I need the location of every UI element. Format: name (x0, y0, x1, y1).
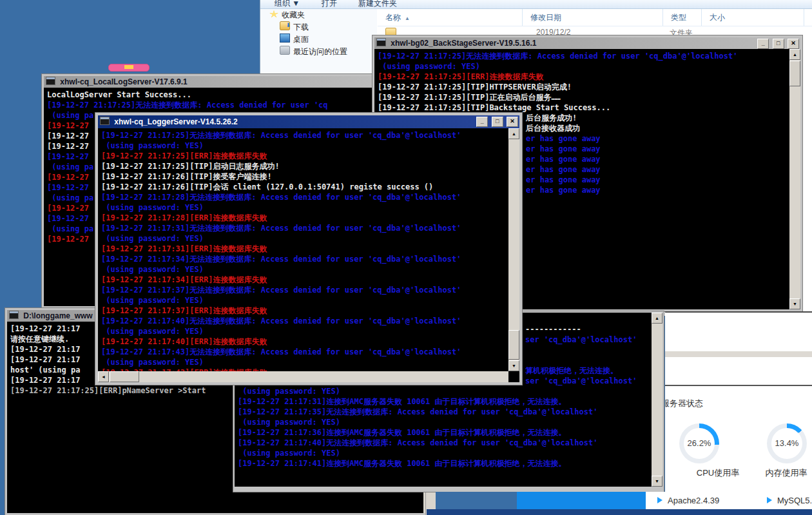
console-icon (9, 311, 19, 319)
scroll-up-icon[interactable]: ▲ (652, 313, 662, 324)
log-line: [19-12-27 21:17:31]连接到AMC服务器失败 10061 由于目… (238, 396, 648, 407)
cpu-usage-value: 26.2% (679, 423, 719, 463)
log-line: [19-12-27 21:17:34][ERR]连接数据库失败 (101, 275, 505, 285)
bottom-mid-blue-bar (436, 492, 517, 509)
sidebar-item-download-folder[interactable]: 下载 (260, 21, 377, 34)
window-title: xhwl-bg02_BackStageServer-V19.5.16.1 (391, 39, 536, 48)
memory-usage-label: 内存使用率 (748, 467, 812, 479)
log-line: (using password: YES) (378, 61, 786, 72)
log-line: [19-12-27 21:17:25][TIP]启动日志服务成功! (101, 161, 505, 171)
recent-places-icon (280, 46, 290, 55)
title-bar[interactable]: xhwl-bg02_BackStageServer-V19.5.16.1 _ □… (374, 37, 800, 49)
scrollbar-thumb[interactable] (789, 61, 800, 86)
play-icon (767, 497, 772, 503)
cpu-usage-label: CPU使用率 (679, 467, 757, 479)
logger-server-window: xhwl-cq_LoggerServer-V14.5.26.2 _ □ ✕ [1… (95, 113, 522, 385)
vertical-scrollbar[interactable]: ▲ ▼ (652, 313, 662, 487)
bottom-bright-blue-bar (517, 492, 646, 509)
log-line: [19-12-27 21:17:28][ERR]连接数据库失败 (101, 213, 505, 223)
scrollbar-thumb[interactable] (110, 371, 139, 382)
log-line: [19-12-27 21:17:31][ERR]连接数据库失败 (101, 244, 505, 254)
log-line: (using password: YES) (101, 357, 505, 367)
console-icon (100, 117, 110, 125)
log-line: (using password: YES) (238, 448, 648, 458)
column-header-1[interactable]: 名称▲ (378, 9, 523, 26)
explorer-toolbar: 组织 ▼ 打开 新建文件夹 (260, 0, 812, 9)
sidebar-item-desktop[interactable]: 桌面 (260, 34, 377, 46)
log-line: [19-12-27 21:17:28]无法连接到数据库: Access deni… (101, 192, 505, 202)
sidebar-item-label: 下载 (293, 23, 309, 32)
sidebar-item-label: 最近访问的位置 (293, 47, 347, 56)
memory-usage-gauge: 13.4% (767, 423, 807, 463)
sidebar-item-recent-places[interactable]: 最近访问的位置 (260, 46, 377, 58)
memory-usage-value: 13.4% (767, 423, 807, 463)
log-line: [19-12-27 21:17:36]连接到AMC服务器失败 10061 由于目… (238, 427, 648, 438)
console-icon (376, 38, 386, 46)
log-line: [19-12-27 21:17:34]无法连接到数据库: Access deni… (101, 254, 505, 264)
star-icon (269, 10, 278, 18)
log-line: [19-12-27 21:17:25][TIP]HTTPSERVER启动完成! (378, 82, 786, 92)
scrollbar-thumb[interactable] (508, 330, 519, 360)
log-line: [19-12-27 21:17:25]无法连接到数据库: Access deni… (101, 130, 505, 141)
log-line: [19-12-27 21:17:25][ERR]连接数据库失败 (378, 72, 786, 82)
service-mysql: MySQL5. (767, 496, 812, 505)
log-line: (using password: YES) (101, 264, 505, 275)
column-header-4[interactable]: 大小 (702, 9, 804, 26)
title-bar[interactable]: xhwl-cq_LoggerServer-V14.5.26.2 _ □ ✕ (98, 115, 519, 128)
log-line: (using password: YES) (101, 233, 505, 244)
scroll-up-icon[interactable]: ▲ (789, 49, 800, 60)
minimize-button[interactable]: _ (757, 39, 769, 49)
log-line: [19-12-27 21:17:35]无法连接到数据库: Access deni… (238, 407, 648, 417)
close-button[interactable]: ✕ (788, 39, 799, 49)
log-line: (using password: YES) (101, 141, 505, 151)
maximize-button[interactable]: □ (773, 39, 784, 49)
panel-divider (665, 351, 812, 357)
white-panel (665, 311, 812, 385)
scroll-down-icon[interactable]: ▼ (652, 476, 662, 487)
scroll-down-icon[interactable]: ▼ (508, 360, 519, 371)
maximize-button[interactable]: □ (492, 117, 503, 127)
sidebar-item-label: 桌面 (293, 35, 309, 44)
desktop-pink-icon[interactable] (108, 64, 150, 72)
scroll-left-icon[interactable]: ◄ (98, 371, 109, 382)
log-line: [19-12-27 21:17:31]无法连接到数据库: Access deni… (101, 223, 505, 233)
sort-asc-icon: ▲ (405, 15, 410, 21)
title-bar[interactable]: xhwl-cq_LocalLogServer-V17.6.9.1 (44, 76, 372, 88)
window-title: D:\longgame_www (23, 311, 92, 320)
column-header-3[interactable]: 类型 (663, 9, 702, 26)
vertical-scrollbar[interactable]: ▲ ▼ (789, 49, 800, 309)
status-panel-title: 服务器状态 (665, 398, 703, 409)
log-line: (using password: YES) (101, 202, 505, 213)
log-line: [19-12-27 21:17:25][TIP]正在启动后台服务…… (378, 92, 786, 102)
console-output: [19-12-27 21:17:25]无法连接到数据库: Access deni… (98, 128, 508, 371)
desktop-icon (280, 34, 290, 43)
pink-icon-center (124, 65, 133, 69)
horizontal-scrollbar[interactable]: ◄ (98, 371, 508, 382)
bottom-navy-bar (427, 509, 812, 515)
log-line: [19-12-27 21:17:26][TIP]会话 client (127.0… (101, 182, 505, 192)
open-button[interactable]: 打开 (322, 0, 337, 9)
scroll-up-icon[interactable]: ▲ (508, 128, 519, 139)
minimize-button[interactable]: _ (476, 117, 488, 127)
log-line: [19-12-27 21:17:26][TIP]接受客户端连接! (101, 171, 505, 182)
server-status-panel: 服务器状态 26.2% CPU使用率 13.4% 内存使用率 (665, 385, 812, 492)
scroll-down-icon[interactable]: ▼ (789, 298, 800, 309)
column-header-2[interactable]: 修改日期 (523, 9, 663, 26)
log-line: [19-12-27 21:17:41]连接到AMC服务器失败 10061 由于目… (238, 458, 648, 469)
vertical-scrollbar[interactable]: ▲ ▼ (508, 128, 519, 371)
log-line: [19-12-27 21:17:25][TIP]Backstage Start … (378, 102, 786, 113)
log-line: [19-12-27 21:17:37][ERR]连接数据库失败 (101, 306, 505, 316)
log-line: [19-12-27 21:17:25]无法连接到数据库: Access deni… (378, 51, 786, 61)
organize-menu[interactable]: 组织 ▼ (275, 0, 300, 9)
cpu-usage-gauge: 26.2% (679, 423, 719, 463)
close-button[interactable]: ✕ (507, 117, 518, 127)
log-line: [19-12-27 21:17:37]无法连接到数据库: Access deni… (101, 285, 505, 295)
sidebar-item-star[interactable]: 收藏夹 (260, 9, 377, 21)
window-title: xhwl-cq_LoggerServer-V14.5.26.2 (114, 117, 237, 126)
download-folder-icon (280, 21, 290, 30)
log-line: [19-12-27 21:17:25][ERR]连接数据库失败 (101, 151, 505, 161)
new-folder-button[interactable]: 新建文件夹 (358, 0, 397, 9)
log-line: LocalLogServer Start Success... (47, 90, 369, 100)
log-line: [19-12-27 21:17:25]无法连接到数据库: Access deni… (47, 100, 369, 110)
log-line: [19-12-27 21:17:40][ERR]连接数据库失败 (101, 336, 505, 347)
